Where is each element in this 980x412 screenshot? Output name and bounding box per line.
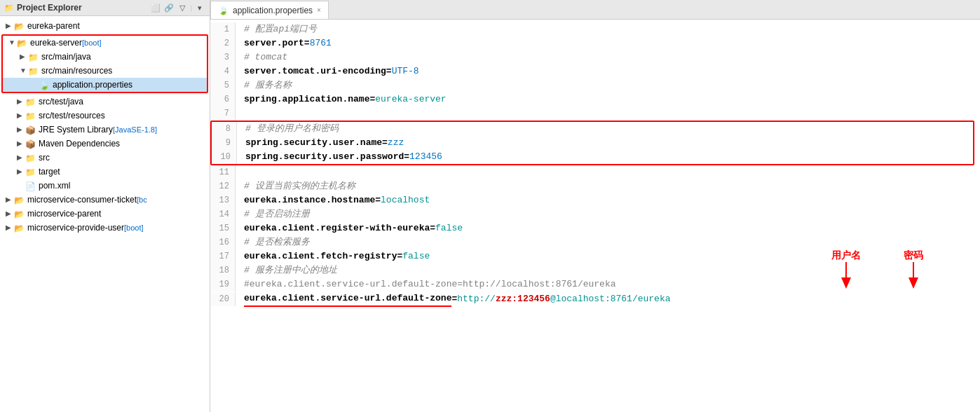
tree-item-maven-deps[interactable]: ▶ 📦 Maven Dependencies: [0, 137, 210, 151]
line-number-11: 11: [210, 165, 236, 179]
java-badge: [JavaSE-1.8]: [113, 123, 157, 136]
project-icon: 📂: [14, 222, 25, 233]
code-line-8: 8 # 登录的用户名和密码: [212, 122, 973, 136]
panel-header: 📁 Project Explorer ⬜ 🔗 ▽ | ▾: [0, 0, 210, 16]
line-number-7: 7: [210, 107, 236, 121]
expand-arrow[interactable]: ▶: [17, 151, 25, 164]
tree-item-src-test-java[interactable]: ▶ 📁 src/test/java: [0, 95, 210, 109]
project-icon: 📂: [14, 20, 25, 32]
expand-arrow[interactable]: ▶: [20, 50, 28, 63]
line-20-rest: @localhost:8761/eureka: [550, 292, 671, 306]
editor-panel: 🍃 application.properties × 1 # 配置api端口号 …: [210, 0, 980, 412]
line-number-9: 9: [212, 136, 237, 150]
tab-close-button[interactable]: ×: [317, 6, 321, 14]
line-content-2: server.port=8761: [236, 36, 332, 50]
code-line-13: 13 eureka.instance.hostname=localhost: [210, 193, 980, 207]
line-content-15: eureka.client.register-with-eureka=false: [236, 221, 463, 235]
expand-arrow[interactable]: ▼: [20, 64, 28, 77]
line-number-6: 6: [210, 92, 236, 107]
username-annotation: 用户名: [831, 249, 861, 290]
line-number-10: 10: [212, 150, 237, 164]
expand-arrow[interactable]: ▶: [6, 207, 14, 220]
line-20-key: eureka.client.service-url.default-zone: [244, 291, 451, 307]
code-line-14: 14 # 是否启动注册: [210, 207, 980, 221]
line-content-17: eureka.client.fetch-registry=false: [236, 249, 430, 263]
code-line-1: 1 # 配置api端口号: [210, 22, 980, 36]
expand-arrow[interactable]: ▶: [6, 193, 14, 206]
line-content-12: # 设置当前实例的主机名称: [236, 179, 355, 193]
jar-icon: 📦: [25, 124, 36, 135]
line-content-9: spring.security.user.name=zzz: [237, 136, 404, 150]
project-icon: 📂: [14, 208, 25, 219]
line-number-2: 2: [210, 36, 236, 50]
project-tree: ▶ 📂 eureka-parent ▼ 📂 eureka-server [boo…: [0, 16, 210, 412]
code-line-11: 11: [210, 165, 980, 179]
boot-badge: [boot]: [82, 36, 102, 49]
tree-item-microservice-parent[interactable]: ▶ 📂 microservice-parent: [0, 207, 210, 221]
password-annotation: 密码: [903, 249, 924, 290]
toolbar-separator: |: [190, 4, 192, 12]
bc-badge: [bc: [137, 193, 147, 206]
tree-label: src/test/resources: [39, 109, 105, 122]
line-number-13: 13: [210, 193, 236, 207]
tree-item-jre-system[interactable]: ▶ 📦 JRE System Library [JavaSE-1.8]: [0, 123, 210, 137]
line-content-19: #eureka.client.service-url.default-zone=…: [236, 277, 616, 291]
expand-arrow[interactable]: ▼: [8, 36, 17, 49]
filter-icon[interactable]: ▽: [177, 2, 188, 13]
tree-item-src-main-java[interactable]: ▶ 📁 src/main/java: [3, 50, 207, 64]
folder-icon: 📁: [28, 51, 39, 62]
line-content-18: # 服务注册中心的地址: [236, 263, 337, 277]
expand-arrow[interactable]: ▶: [6, 20, 14, 32]
editor-tab-bar: 🍃 application.properties ×: [210, 0, 980, 20]
tree-item-microservice-provide[interactable]: ▶ 📂 microservice-provide-user [boot]: [0, 221, 210, 235]
tree-item-src[interactable]: ▶ 📁 src: [0, 151, 210, 165]
username-arrow-icon: [836, 262, 857, 290]
tree-label: src/test/java: [39, 95, 83, 108]
line-content-16: # 是否检索服务: [236, 235, 310, 249]
link-editor-icon[interactable]: 🔗: [163, 2, 175, 13]
line-number-12: 12: [210, 179, 236, 193]
tree-item-target[interactable]: ▶ 📁 target: [0, 165, 210, 179]
tree-label: eureka-parent: [27, 20, 80, 32]
project-icon: 📂: [14, 194, 25, 205]
line-number-1: 1: [210, 22, 236, 36]
expand-arrow[interactable]: ▶: [17, 123, 25, 136]
tree-item-eureka-parent[interactable]: ▶ 📂 eureka-parent: [0, 19, 210, 33]
code-line-16: 16 # 是否检索服务: [210, 235, 980, 249]
tree-item-pom-xml[interactable]: 📄 pom.xml: [0, 179, 210, 193]
tree-label: pom.xml: [39, 179, 70, 192]
tree-label: microservice-consumer-ticket: [27, 193, 137, 206]
tab-file-icon: 🍃: [218, 6, 229, 15]
expand-arrow[interactable]: ▶: [17, 95, 25, 108]
code-line-7: 7: [210, 107, 980, 121]
editor-tab-application-properties[interactable]: 🍃 application.properties ×: [210, 1, 329, 19]
expand-arrow[interactable]: ▶: [17, 109, 25, 122]
line-content-8: # 登录的用户名和密码: [237, 122, 339, 136]
tree-item-eureka-server[interactable]: ▼ 📂 eureka-server [boot]: [3, 36, 207, 50]
tree-item-microservice-consumer[interactable]: ▶ 📂 microservice-consumer-ticket [bc: [0, 193, 210, 207]
password-label: 密码: [904, 249, 923, 262]
expand-arrow[interactable]: ▶: [17, 165, 25, 178]
tree-label: Maven Dependencies: [39, 137, 120, 150]
line-number-14: 14: [210, 207, 236, 221]
tree-label: microservice-parent: [27, 207, 101, 220]
tree-item-application-properties[interactable]: 🍃 application.properties: [3, 78, 207, 92]
collapse-all-icon[interactable]: ⬜: [150, 2, 161, 13]
code-line-12: 12 # 设置当前实例的主机名称: [210, 179, 980, 193]
folder-icon: 📁: [25, 110, 36, 121]
panel-toolbar: ⬜ 🔗 ▽ | ▾: [150, 2, 205, 13]
boot-badge2: [boot]: [124, 221, 144, 234]
view-menu-icon[interactable]: ▾: [194, 2, 205, 13]
expand-arrow[interactable]: ▶: [6, 221, 14, 234]
tree-label: eureka-server: [30, 36, 82, 49]
expand-arrow[interactable]: ▶: [17, 137, 25, 150]
tree-label: application.properties: [53, 78, 132, 91]
line-number-3: 3: [210, 50, 236, 64]
folder-icon: 📁: [25, 96, 36, 107]
tree-item-src-test-resources[interactable]: ▶ 📁 src/test/resources: [0, 109, 210, 123]
line-number-15: 15: [210, 221, 236, 235]
tree-item-src-main-resources[interactable]: ▼ 📁 src/main/resources: [3, 64, 207, 78]
line-content-5: # 服务名称: [236, 78, 292, 92]
code-editor: 1 # 配置api端口号 2 server.port=8761 3 # tomc…: [210, 20, 980, 412]
line-content-13: eureka.instance.hostname=localhost: [236, 193, 430, 207]
